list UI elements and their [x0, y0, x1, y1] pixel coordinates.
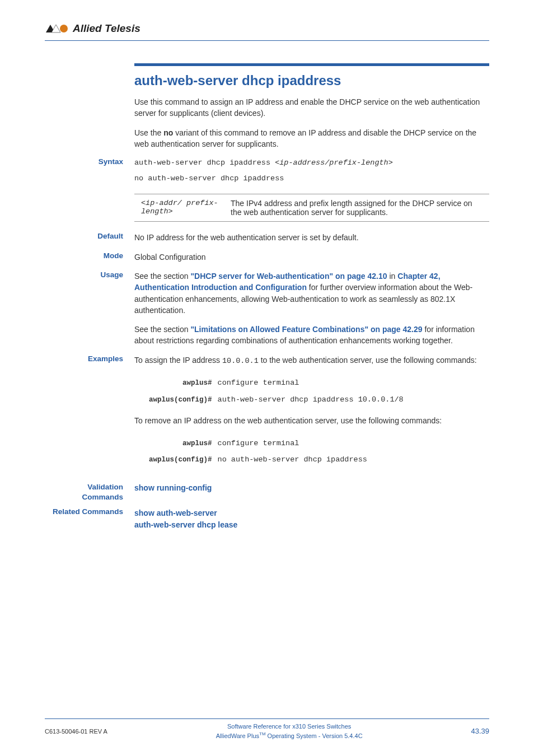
title-rule	[134, 63, 489, 66]
cmd-prompt: awplus#	[147, 436, 214, 451]
footer-rule	[45, 718, 489, 719]
svg-point-2	[60, 25, 68, 32]
usage-label: Usage	[39, 270, 129, 279]
cmd-prompt: awplus(config)#	[147, 392, 214, 408]
default-text: No IP address for the web authentication…	[134, 232, 489, 243]
cmd-text: configure terminal	[216, 375, 406, 391]
brand-icon	[45, 24, 69, 34]
footer-center: Software Reference for x310 Series Switc…	[107, 722, 471, 740]
command-title: auth-web-server dhcp ipaddress	[134, 73, 489, 88]
validation-label: Validation Commands	[39, 482, 129, 502]
footer-pagenum: 43.39	[471, 727, 489, 735]
usage-link-dhcp[interactable]: "DHCP server for Web-authentication" on …	[190, 272, 387, 281]
examples-section: Examples To assign the IP address 10.0.0…	[134, 354, 489, 469]
parameter-table: <ip-addr/ prefix-length> The IPv4 addres…	[134, 194, 489, 222]
mode-section: Mode Global Configuration	[134, 251, 489, 263]
footer-title: Software Reference for x310 Series Switc…	[107, 722, 471, 731]
table-row: <ip-addr/ prefix-length> The IPv4 addres…	[134, 194, 489, 222]
related-label: Related Commands	[39, 507, 129, 516]
footer-subtitle: AlliedWare PlusTM Operating System - Ver…	[107, 731, 471, 740]
validation-link[interactable]: show running-config	[134, 482, 489, 494]
examples-p2: To remove an IP address on the web authe…	[134, 415, 489, 426]
default-section: Default No IP address for the web authen…	[134, 232, 489, 243]
content-area: auth-web-server dhcp ipaddress Use this …	[134, 63, 489, 531]
mode-text: Global Configuration	[134, 251, 489, 263]
command-block-1: awplus# configure terminal awplus(config…	[146, 374, 407, 408]
related-link-2[interactable]: auth-web-server dhcp lease	[134, 519, 489, 531]
page-footer: C613-50046-01 REV A Software Reference f…	[45, 718, 489, 740]
syntax-line-1: auth-web-server dhcp ipaddress <ip-addre…	[134, 157, 489, 169]
cmd-text: auth-web-server dhcp ipaddress 10.0.0.1/…	[216, 392, 406, 408]
syntax-section: Syntax auth-web-server dhcp ipaddress <i…	[134, 157, 489, 184]
cmd-prompt: awplus(config)#	[147, 452, 214, 468]
footer-docid: C613-50046-01 REV A	[45, 728, 107, 735]
related-section: Related Commands show auth-web-server au…	[134, 507, 489, 531]
header-rule	[45, 40, 489, 41]
usage-p1: See the section "DHCP server for Web-aut…	[134, 270, 489, 316]
usage-p2: See the section "Limitations on Allowed …	[134, 324, 489, 347]
usage-link-limitations[interactable]: "Limitations on Allowed Feature Combinat…	[190, 325, 422, 334]
brand-logo: Allied Telesis	[45, 22, 489, 35]
examples-p1: To assign the IP address 10.0.0.1 to the…	[134, 354, 489, 367]
examples-label: Examples	[39, 354, 129, 363]
cmd-prompt: awplus#	[147, 375, 214, 391]
mode-label: Mode	[39, 251, 129, 260]
syntax-line-2: no auth-web-server dhcp ipaddress	[134, 173, 489, 184]
svg-marker-1	[51, 25, 60, 32]
intro-p2: Use the no variant of this command to re…	[134, 127, 489, 150]
usage-section: Usage See the section "DHCP server for W…	[134, 270, 489, 347]
cmd-text: no auth-web-server dhcp ipaddress	[216, 452, 369, 468]
param-desc: The IPv4 address and prefix length assig…	[224, 194, 489, 222]
default-label: Default	[39, 232, 129, 240]
brand-text: Allied Telesis	[73, 22, 140, 35]
related-link-1[interactable]: show auth-web-server	[134, 507, 489, 519]
intro-p1: Use this command to assign an IP address…	[134, 96, 489, 119]
param-name: <ip-addr/ prefix-length>	[134, 194, 224, 222]
page-header: Allied Telesis	[45, 22, 489, 41]
validation-section: Validation Commands show running-config	[134, 482, 489, 494]
cmd-text: configure terminal	[216, 436, 369, 451]
command-block-2: awplus# configure terminal awplus(config…	[146, 435, 371, 469]
syntax-label: Syntax	[39, 157, 129, 166]
